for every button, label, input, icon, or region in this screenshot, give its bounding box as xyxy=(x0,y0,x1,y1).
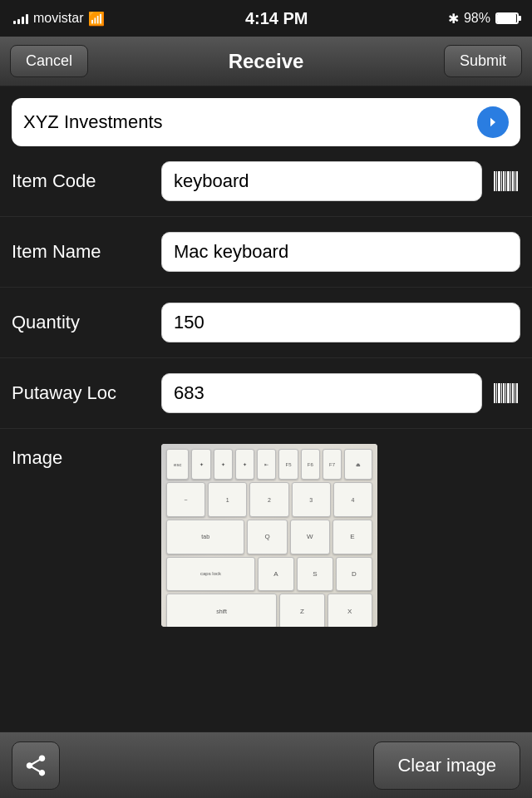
svg-rect-14 xyxy=(501,383,502,403)
svg-rect-0 xyxy=(494,171,495,191)
label-putaway-loc: Putaway Loc xyxy=(12,382,161,404)
svg-rect-7 xyxy=(510,171,511,191)
label-item-code: Item Code xyxy=(12,170,161,192)
form-row-putaway-loc: Putaway Loc xyxy=(0,358,532,429)
signal-icon xyxy=(13,12,28,24)
nav-title: Receive xyxy=(229,50,304,73)
svg-rect-15 xyxy=(503,383,505,403)
svg-rect-2 xyxy=(498,171,500,191)
barcode-icon[interactable] xyxy=(490,168,520,195)
svg-rect-9 xyxy=(515,171,515,191)
vendor-input[interactable] xyxy=(23,111,477,133)
image-label: Image xyxy=(12,444,161,469)
svg-rect-11 xyxy=(494,383,495,403)
input-wrap-item-name xyxy=(161,232,520,272)
svg-rect-3 xyxy=(501,171,502,191)
bluetooth-icon: ✱ xyxy=(448,11,459,27)
svg-rect-6 xyxy=(507,171,510,191)
battery-icon xyxy=(495,12,519,24)
svg-rect-21 xyxy=(516,383,518,403)
svg-rect-12 xyxy=(496,383,497,403)
submit-button[interactable]: Submit xyxy=(444,45,522,77)
nav-bar: Cancel Receive Submit xyxy=(0,37,532,86)
svg-rect-16 xyxy=(505,383,506,403)
input-item-code[interactable] xyxy=(161,161,482,201)
input-wrap-item-code xyxy=(161,161,520,201)
label-item-name: Item Name xyxy=(12,241,161,263)
image-row: Image esc ✦ ✦ ✦ ⇤ F5 F6 F7 ⏏ ~ xyxy=(0,429,532,642)
svg-rect-19 xyxy=(512,383,514,403)
status-time: 4:14 PM xyxy=(245,9,308,28)
label-quantity: Quantity xyxy=(12,312,161,333)
bottom-bar: Clear image xyxy=(0,732,532,798)
barcode-icon[interactable] xyxy=(490,380,520,406)
barcode-svg xyxy=(492,380,519,406)
vendor-arrow-button[interactable] xyxy=(477,106,509,138)
input-wrap-putaway-loc xyxy=(161,373,520,413)
image-thumbnail: esc ✦ ✦ ✦ ⇤ F5 F6 F7 ⏏ ~ 1 2 3 4 xyxy=(161,444,377,627)
svg-rect-5 xyxy=(505,171,506,191)
battery-percent: 98% xyxy=(464,11,490,26)
share-icon xyxy=(23,753,48,778)
svg-rect-1 xyxy=(496,171,497,191)
svg-rect-8 xyxy=(512,171,514,191)
content-area: Item Code Item NameQuantityPutaway Loc xyxy=(0,86,532,732)
svg-rect-18 xyxy=(510,383,511,403)
barcode-svg xyxy=(492,168,519,195)
form-row-quantity: Quantity xyxy=(0,288,532,358)
arrow-right-icon xyxy=(485,115,500,130)
form-row-item-code: Item Code xyxy=(0,146,532,217)
status-left: movistar 📶 xyxy=(13,11,105,27)
status-right: ✱ 98% xyxy=(448,11,519,27)
input-item-name[interactable] xyxy=(161,232,520,272)
share-button[interactable] xyxy=(12,741,60,790)
input-putaway-loc[interactable] xyxy=(161,373,482,413)
clear-image-button[interactable]: Clear image xyxy=(373,741,520,790)
carrier-label: movistar xyxy=(33,11,83,26)
vendor-row xyxy=(12,98,520,146)
form-row-item-name: Item Name xyxy=(0,217,532,288)
input-wrap-quantity xyxy=(161,303,520,342)
svg-rect-20 xyxy=(515,383,515,403)
svg-rect-13 xyxy=(498,383,500,403)
svg-rect-17 xyxy=(507,383,510,403)
input-quantity[interactable] xyxy=(161,303,520,342)
svg-rect-10 xyxy=(516,171,518,191)
svg-rect-4 xyxy=(503,171,505,191)
status-bar: movistar 📶 4:14 PM ✱ 98% xyxy=(0,0,532,37)
cancel-button[interactable]: Cancel xyxy=(10,45,88,77)
wifi-icon: 📶 xyxy=(88,11,105,27)
